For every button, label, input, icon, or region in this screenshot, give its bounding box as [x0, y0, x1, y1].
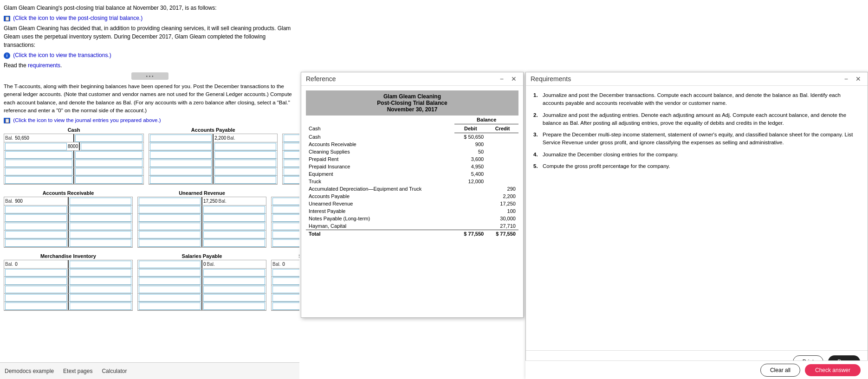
bottom-demodocs[interactable]: Demodocs example: [5, 368, 54, 374]
ap-credit-input-5[interactable]: [214, 168, 276, 175]
req-text-2: Journalize and post the adjusting entrie…: [543, 111, 860, 128]
sra-debit-input-6[interactable]: [272, 302, 299, 310]
sr-debit-input-2[interactable]: [284, 143, 299, 150]
sp-credit-input-2[interactable]: [203, 269, 265, 276]
ar-credit-input-4[interactable]: [70, 223, 131, 230]
ap-credit-input-4[interactable]: [214, 160, 276, 167]
ur-debit-input-1[interactable]: [139, 198, 201, 205]
ur-credit-input-5[interactable]: [203, 231, 265, 238]
sra-debit-input-2[interactable]: [272, 269, 299, 276]
cash-debit-input-3[interactable]: [5, 151, 72, 159]
journal-entries-link[interactable]: (Click the icon to view the journal entr…: [13, 117, 161, 123]
salrev-debit-input-6[interactable]: [272, 239, 299, 247]
reference-close-button[interactable]: ✕: [509, 75, 518, 83]
ar-credit-input-6[interactable]: [70, 239, 131, 247]
ap-debit-input-6[interactable]: [150, 176, 212, 184]
sra-debit-input-5[interactable]: [272, 294, 299, 302]
cash-debit-input-5[interactable]: [5, 168, 72, 175]
cash-credit-1[interactable]: [75, 135, 143, 142]
ur-debit-input-2[interactable]: [139, 206, 201, 213]
mi-debit-input-2[interactable]: [5, 269, 67, 276]
sr-debit-input-5[interactable]: [284, 168, 299, 175]
ur-debit-input-4[interactable]: [139, 223, 201, 230]
trial-balance-link[interactable]: (Click the icon to view the post-closing…: [13, 15, 143, 21]
mi-credit-input-5[interactable]: [70, 294, 131, 302]
sra-debit-input-3[interactable]: [272, 277, 299, 285]
mi-credit-input-2[interactable]: [70, 269, 131, 276]
sp-debit-input-1[interactable]: [139, 261, 201, 268]
sp-debit-input-5[interactable]: [139, 294, 201, 302]
sra-debit-input-4[interactable]: [272, 286, 299, 293]
mi-debit-input-6[interactable]: [5, 302, 67, 310]
sp-debit-input-4[interactable]: [139, 286, 201, 293]
sp-credit-input-3[interactable]: [203, 277, 265, 285]
salrev-debit-input-3[interactable]: [272, 214, 299, 222]
mi-credit-input-1[interactable]: [70, 261, 131, 268]
cash-credit-input-5[interactable]: [75, 168, 143, 175]
mi-credit-input-3[interactable]: [70, 277, 131, 285]
cash-debit-input-2[interactable]: [5, 143, 67, 150]
cash-credit-input-3[interactable]: [75, 151, 143, 159]
ap-debit-input-3[interactable]: [150, 151, 212, 159]
ur-debit-input-5[interactable]: [139, 231, 201, 238]
ar-debit-input-3[interactable]: [5, 214, 67, 222]
sp-debit-input-2[interactable]: [139, 269, 201, 276]
bottom-calculator[interactable]: Calculator: [102, 368, 127, 374]
ur-debit-input-6[interactable]: [139, 239, 201, 247]
ar-debit-input-2[interactable]: [5, 206, 67, 213]
ap-debit-input-1[interactable]: [150, 135, 212, 142]
cash-debit-input-6[interactable]: [5, 176, 72, 184]
mi-credit-input-6[interactable]: [70, 302, 131, 310]
salrev-debit-input-1[interactable]: [272, 198, 299, 205]
ap-debit-input-5[interactable]: [150, 168, 212, 175]
clear-all-button[interactable]: Clear all: [760, 364, 800, 377]
ap-credit-input-3[interactable]: [214, 151, 276, 159]
sr-debit-input-1[interactable]: [284, 135, 299, 142]
cash-credit-input-2[interactable]: [81, 143, 143, 150]
mi-credit-input-4[interactable]: [70, 286, 131, 293]
sp-credit-input-6[interactable]: [203, 302, 265, 310]
ur-credit-input-4[interactable]: [203, 223, 265, 230]
requirements-content: 1.Journalize and post the December trans…: [526, 86, 868, 350]
ur-debit-input-3[interactable]: [139, 214, 201, 222]
mi-debit-input-5[interactable]: [5, 294, 67, 302]
cash-debit-input-4[interactable]: [5, 160, 72, 167]
ur-credit-input-2[interactable]: [203, 206, 265, 213]
check-answer-button[interactable]: Check answer: [805, 364, 861, 376]
transactions-link[interactable]: (Click the icon to view the transactions…: [13, 52, 111, 58]
salrev-debit-input-5[interactable]: [272, 231, 299, 238]
salrev-debit-input-4[interactable]: [272, 223, 299, 230]
ap-debit-input-4[interactable]: [150, 160, 212, 167]
requirements-link[interactable]: requirements: [28, 62, 60, 69]
ur-credit-input-3[interactable]: [203, 214, 265, 222]
sp-credit-input-5[interactable]: [203, 294, 265, 302]
ar-debit-input-4[interactable]: [5, 223, 67, 230]
mi-debit-input-3[interactable]: [5, 277, 67, 285]
sra-row-4: [272, 285, 299, 294]
sp-debit-input-6[interactable]: [139, 302, 201, 310]
requirements-minimize-button[interactable]: −: [842, 75, 850, 83]
sp-debit-input-3[interactable]: [139, 277, 201, 285]
cash-credit-input-4[interactable]: [75, 160, 143, 167]
ar-credit-input-5[interactable]: [70, 231, 131, 238]
salrev-debit-input-2[interactable]: [272, 206, 299, 213]
sr-debit-input-3[interactable]: [284, 151, 299, 159]
reference-minimize-button[interactable]: −: [498, 75, 505, 83]
ar-credit-input-1[interactable]: [70, 198, 131, 205]
sr-debit-input-6[interactable]: [284, 176, 299, 184]
cash-credit-input-6[interactable]: [75, 176, 143, 184]
ap-debit-input-2[interactable]: [150, 143, 212, 150]
ar-credit-input-3[interactable]: [70, 214, 131, 222]
ar-debit-input-6[interactable]: [5, 239, 67, 247]
sp-credit-input-4[interactable]: [203, 286, 265, 293]
ap-credit-input-2[interactable]: [214, 143, 276, 150]
requirements-close-button[interactable]: ✕: [854, 75, 863, 83]
ap-credit-input-6[interactable]: [214, 176, 276, 184]
ar-debit-input-5[interactable]: [5, 231, 67, 238]
sr-debit-input-4[interactable]: [284, 160, 299, 167]
mi-debit-input-4[interactable]: [5, 286, 67, 293]
ur-credit-input-6[interactable]: [203, 239, 265, 247]
bottom-etext[interactable]: Etext pages: [63, 368, 92, 374]
ar-credit-input-2[interactable]: [70, 206, 131, 213]
divider-bar[interactable]: • • •: [131, 72, 168, 80]
